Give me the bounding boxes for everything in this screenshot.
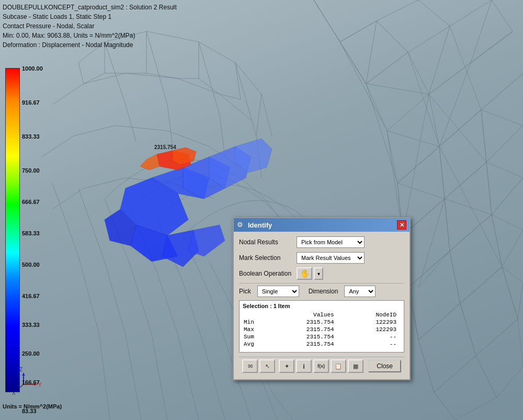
dimension-select[interactable]: Any1D2D3D	[344, 286, 376, 297]
selection-table: Values NodeID Min 2315.754 122293 Max 23…	[243, 311, 401, 348]
nodal-results-label: Nodal Results	[239, 239, 297, 246]
col-values-header: Values	[261, 311, 338, 319]
envelope-icon: ✉	[248, 363, 253, 370]
legend-value-6: 500.00	[22, 262, 40, 268]
svg-line-28	[418, 251, 450, 288]
info-button[interactable]: i	[296, 359, 312, 373]
svg-marker-59	[140, 154, 160, 170]
selection-header: Selection : 1 Item	[243, 303, 401, 309]
fx-button[interactable]: f(x)	[313, 359, 329, 373]
mark-selection-control[interactable]: Mark Result ValuesMark Node IDsMark Both	[297, 252, 404, 264]
boolean-operation-control[interactable]: 🖐 ▾	[297, 267, 404, 280]
color-legend	[5, 68, 20, 392]
row-nodeid: 122293	[338, 326, 401, 333]
nodal-results-control[interactable]: Pick from ModelAll NodesNamed Selection	[297, 236, 404, 248]
pick-row: Pick SingleMultipleArea Dimension Any1D2…	[239, 286, 404, 297]
row-value: 2315.754	[261, 340, 338, 348]
selection-info-area: Selection : 1 Item Values NodeID Min 231…	[239, 300, 404, 353]
svg-line-14	[481, 110, 486, 162]
close-dialog-button[interactable]: Close	[368, 360, 401, 372]
table-row: Avg 2315.754 --	[243, 340, 401, 348]
units-text: Units = N/mm^2(MPa)	[3, 403, 62, 410]
svg-line-4	[429, 26, 450, 94]
cursor-button[interactable]: ↖	[259, 359, 275, 373]
svg-line-11	[481, 73, 523, 110]
doc-button[interactable]: 📋	[331, 359, 346, 373]
boolean-dropdown-button[interactable]: ▾	[314, 267, 323, 280]
svg-line-43	[84, 73, 105, 84]
svg-marker-55	[188, 225, 225, 256]
mark-selection-label: Mark Selection	[239, 254, 297, 262]
svg-line-42	[256, 94, 262, 136]
legend-value-10: 166.67	[22, 379, 40, 385]
legend-value-9: 250.00	[22, 350, 40, 357]
svg-line-32	[460, 303, 476, 356]
svg-line-15	[492, 178, 523, 214]
svg-line-24	[445, 199, 450, 251]
svg-line-21	[397, 183, 445, 199]
col-label-header	[243, 311, 261, 319]
svg-line-2	[377, 21, 408, 52]
doc-icon: 📋	[335, 363, 342, 370]
svg-line-34	[434, 356, 476, 392]
toolbar-left: ✉ ↖ ✦ i f(x) 📋	[242, 359, 363, 373]
svg-line-27	[450, 251, 460, 303]
cursor-icon: ↖	[265, 363, 270, 370]
grid-button[interactable]: ▦	[348, 359, 363, 373]
bottom-toolbar: ✉ ↖ ✦ i f(x) 📋	[239, 357, 404, 375]
legend-value-8: 333.33	[22, 322, 40, 328]
legend-value-5: 583.33	[22, 230, 40, 236]
pick-label: Pick	[239, 288, 251, 295]
svg-line-1	[366, 52, 408, 84]
row-value: 2315.754	[261, 326, 338, 333]
nodal-results-select[interactable]: Pick from ModelAll NodesNamed Selection	[297, 236, 365, 248]
table-row: Min 2315.754 122293	[243, 319, 401, 326]
svg-line-22	[397, 146, 439, 183]
svg-line-5	[408, 52, 429, 94]
boolean-operation-label: Boolean Operation	[239, 270, 297, 277]
star-button[interactable]: ✦	[279, 359, 294, 373]
grid-icon: ▦	[353, 363, 358, 370]
legend-value-7: 416.67	[22, 293, 40, 299]
svg-line-33	[502, 267, 518, 319]
dialog-title-text: Identify	[248, 221, 272, 229]
dialog-titlebar: ⚙ Identify ✕	[234, 218, 410, 232]
svg-line-13	[486, 126, 523, 162]
identify-dialog: ⚙ Identify ✕ Nodal Results Pick from Mod…	[233, 217, 411, 380]
svg-line-37	[78, 63, 84, 84]
svg-line-3	[366, 21, 377, 84]
overlay-text: DOUBLEPULLKONCEPT_catproduct_sim2 : Solu…	[3, 3, 177, 50]
svg-line-17	[445, 199, 492, 214]
boolean-operation-button[interactable]: 🖐	[297, 267, 312, 280]
svg-line-16	[486, 162, 492, 214]
svg-line-10	[471, 31, 513, 63]
svg-line-35	[476, 356, 497, 398]
svg-line-8	[492, 0, 513, 31]
svg-line-0	[314, 0, 366, 84]
row-value: 2315.754	[261, 319, 338, 326]
svg-line-12	[439, 110, 481, 146]
separator-1	[239, 283, 404, 283]
min-max-label: Min: 0.00, Max: 9063.88, Units = N/mm^2(…	[3, 31, 177, 40]
svg-line-48	[199, 78, 220, 94]
svg-line-30	[408, 251, 450, 288]
svg-line-20	[439, 146, 445, 199]
dialog-body: Nodal Results Pick from ModelAll NodesNa…	[234, 232, 410, 379]
legend-value-1: 916.67	[22, 99, 40, 106]
pick-select[interactable]: SingleMultipleArea	[257, 286, 299, 297]
row-label: Avg	[243, 340, 261, 348]
legend-value-2: 833.33	[22, 133, 40, 140]
viewport: Y Z X 2315.754 1000.00 916.67 833.33 750…	[0, 0, 523, 420]
col-nodeid-header: NodeID	[338, 311, 401, 319]
dialog-title-area: ⚙ Identify	[237, 221, 272, 229]
svg-line-26	[460, 267, 502, 303]
dialog-close-button[interactable]: ✕	[397, 220, 406, 230]
nodal-results-row: Nodal Results Pick from ModelAll NodesNa…	[239, 236, 404, 248]
envelope-button[interactable]: ✉	[242, 359, 258, 373]
mark-selection-select[interactable]: Mark Result ValuesMark Node IDsMark Both	[297, 252, 365, 264]
table-row: Sum 2315.754 --	[243, 333, 401, 340]
legend-value-0: 1000.00	[22, 65, 43, 72]
star-icon: ✦	[285, 363, 289, 370]
legend-value-3: 750.00	[22, 167, 40, 174]
legend-value-4: 666.67	[22, 199, 40, 205]
